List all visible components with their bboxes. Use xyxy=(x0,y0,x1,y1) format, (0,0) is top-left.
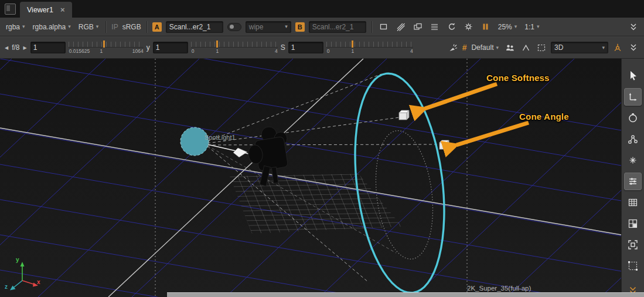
slider-track xyxy=(191,42,278,48)
gamma-label: y xyxy=(146,43,150,52)
slider-marker[interactable] xyxy=(216,41,218,48)
wipe-dropdown[interactable]: wipe ▾ xyxy=(246,21,291,33)
tick-label: 4 xyxy=(410,48,413,54)
roi-gear-icon[interactable] xyxy=(462,21,475,33)
scanline-mode-icon[interactable] xyxy=(428,21,441,33)
snap-tool-button[interactable] xyxy=(624,151,642,169)
input-a-badge[interactable]: A xyxy=(152,22,162,32)
input-a-source-label: Scanl...er2_1 xyxy=(169,23,220,31)
tick-label: 1 xyxy=(216,48,219,54)
srgb-lut-dropdown[interactable]: sRGB xyxy=(122,23,141,31)
display-channels-dropdown[interactable]: RGB ▾ xyxy=(77,22,101,32)
input-a-source[interactable]: Scanl...er2_1 xyxy=(166,21,223,33)
alpha-label: rgba.alpha xyxy=(33,23,66,31)
pixel-aspect-dropdown[interactable]: 1:1 ▾ xyxy=(523,22,541,32)
gain-increase-icon[interactable]: ▶ xyxy=(23,45,28,50)
axis-x-label: x xyxy=(37,279,40,285)
wireframe-grid-toggle[interactable]: # xyxy=(462,43,467,52)
slider-marker[interactable] xyxy=(352,41,353,48)
select-tool-button[interactable] xyxy=(624,67,642,85)
input-b-badge[interactable]: B xyxy=(295,22,305,32)
spotlight-label: SpotLight1 xyxy=(205,134,236,141)
input-b-source[interactable]: Scanl...er2_1 xyxy=(309,21,366,33)
headlamp-button[interactable] xyxy=(447,41,459,54)
wipe-toggle[interactable] xyxy=(227,23,241,31)
translate-tool-button[interactable] xyxy=(624,88,642,106)
format-label: 2K_Super_35(full-ap) xyxy=(467,285,531,292)
alpha-dropdown[interactable]: rgba.alpha ▾ xyxy=(31,22,73,32)
occlusion-button[interactable] xyxy=(503,41,516,54)
zoom-label: 25% xyxy=(498,23,512,31)
cone-softness-annotation: Cone Softness xyxy=(486,73,550,83)
chevron-down-icon: ▾ xyxy=(285,24,288,29)
preset-dropdown[interactable]: Default ▾ xyxy=(469,42,500,53)
gain-tick-labels: 0.015625 1 1064 xyxy=(69,48,144,55)
frame-fit-button[interactable] xyxy=(624,236,642,254)
chevron-down-icon: ▾ xyxy=(22,24,25,29)
gain-decrease-icon[interactable]: ◀ xyxy=(4,45,9,50)
table-grid-icon xyxy=(627,197,639,208)
saturation-slider[interactable]: 0 1 4 xyxy=(326,39,413,56)
cone-softness-handle[interactable] xyxy=(399,110,409,120)
pause-button[interactable] xyxy=(479,21,492,33)
ip-toggle[interactable]: IP xyxy=(111,23,118,31)
divider xyxy=(146,21,147,33)
grid-layout-button[interactable] xyxy=(624,194,642,211)
layer-label: rgba xyxy=(6,23,20,31)
tab-viewer1[interactable]: Viewer1 × xyxy=(20,2,72,18)
view-mode-dropdown[interactable]: 3D ▾ xyxy=(551,42,608,53)
viewport-3d[interactable]: SpotLight1 Cone Softness Cone Angle 2K_S… xyxy=(0,59,621,297)
saturation-label: S xyxy=(281,43,285,52)
marquee-icon xyxy=(627,260,639,272)
joints-icon xyxy=(627,133,639,145)
chevron-down-icon: ▾ xyxy=(602,45,605,50)
monitor-out-icon[interactable] xyxy=(411,21,424,33)
full-frame-icon[interactable] xyxy=(377,21,390,33)
tab-close-icon[interactable]: × xyxy=(60,5,65,14)
sliders-panel-button[interactable] xyxy=(624,173,642,190)
gain-input[interactable] xyxy=(30,42,66,53)
loop-arrow-icon xyxy=(447,22,456,31)
collapse-controls-button[interactable] xyxy=(627,41,640,54)
slider-track xyxy=(69,42,144,48)
curve-display-button[interactable] xyxy=(519,41,532,54)
rotate-tool-button[interactable] xyxy=(624,109,642,127)
gain-stop-label[interactable]: f/8 xyxy=(12,43,19,52)
pane-menu-icon[interactable] xyxy=(5,4,16,15)
selection-mode-button[interactable] xyxy=(535,41,548,54)
slider-track xyxy=(326,42,413,48)
cone-angle-handle[interactable] xyxy=(439,140,449,149)
gain-slider[interactable]: 0.015625 1 1064 xyxy=(69,39,144,56)
interest-gizmo-button[interactable] xyxy=(611,41,624,54)
zoom-dropdown[interactable]: 25% ▾ xyxy=(496,22,519,32)
tab-bar: Viewer1 × xyxy=(0,0,644,18)
dashed-box-icon xyxy=(537,43,546,52)
saturation-input[interactable] xyxy=(288,42,323,53)
skeleton-tool-button[interactable] xyxy=(624,130,642,148)
gamma-input[interactable] xyxy=(153,42,188,53)
slider-marker[interactable] xyxy=(103,41,105,48)
tick-label: 0 xyxy=(192,48,195,54)
display-label: RGB xyxy=(79,23,94,31)
spotlight-handle[interactable] xyxy=(180,127,209,156)
pixel-aspect-label: 1:1 xyxy=(524,23,534,31)
chevron-down-icon: ▾ xyxy=(537,24,540,29)
light-cone-gizmo[interactable] xyxy=(233,148,247,157)
preset-label: Default xyxy=(471,43,493,52)
rotate-circle-icon xyxy=(627,112,639,124)
refresh-icon[interactable] xyxy=(445,21,458,33)
spotlight-rays-icon xyxy=(448,43,458,52)
chevron-down-icon: ▾ xyxy=(496,45,499,50)
gamma-tick-labels: 0 1 4 xyxy=(191,48,278,55)
sliders-icon xyxy=(627,176,639,187)
marquee-select-button[interactable] xyxy=(624,257,642,275)
quad-view-button[interactable] xyxy=(624,215,642,232)
proxy-stripes-icon[interactable] xyxy=(394,21,407,33)
wipe-label: wipe xyxy=(249,23,264,31)
gamma-slider[interactable]: 0 1 4 xyxy=(191,39,278,56)
collapse-toolbar-button[interactable] xyxy=(627,21,640,33)
exposure-toolbar: ◀ f/8 ▶ 0.015625 1 1064 y 0 1 4 S xyxy=(0,36,644,59)
pivot-gizmo-icon xyxy=(613,43,622,52)
layer-dropdown[interactable]: rgba ▾ xyxy=(4,22,27,32)
diagonal-stripes-icon xyxy=(396,22,405,31)
